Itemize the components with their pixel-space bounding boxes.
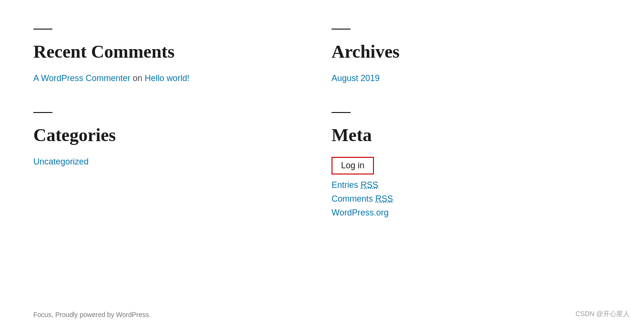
main-content: Recent Comments A WordPress Commenter on…: [0, 0, 644, 232]
meta-divider: [332, 112, 351, 113]
wordpress-org-link[interactable]: WordPress.org: [332, 208, 611, 218]
on-text: on: [133, 73, 145, 83]
comment-line: A WordPress Commenter on Hello world!: [33, 73, 312, 83]
rss-abbr-entries: RSS: [361, 180, 378, 190]
archive-link[interactable]: August 2019: [332, 73, 380, 83]
recent-comments-title: Recent Comments: [33, 41, 312, 62]
entries-text: Entries: [332, 180, 361, 190]
comments-rss-link[interactable]: Comments RSS: [332, 194, 611, 204]
archives-title: Archives: [332, 41, 611, 62]
meta-title: Meta: [332, 124, 611, 145]
category-link[interactable]: Uncategorized: [33, 157, 89, 166]
watermark: CSDN @开心星人: [575, 310, 630, 318]
rss-abbr-comments: RSS: [375, 194, 393, 204]
footer-text: Focus, Proudly powered by WordPress.: [33, 311, 151, 318]
log-in-link[interactable]: Log in: [332, 157, 374, 174]
footer: Focus, Proudly powered by WordPress.: [33, 311, 151, 318]
meta-section: Meta Log in Entries RSS Comments RSS Wor…: [332, 98, 611, 232]
archives-section: Archives August 2019: [332, 14, 611, 98]
meta-links: Log in Entries RSS Comments RSS WordPres…: [332, 157, 611, 218]
categories-title: Categories: [33, 124, 312, 145]
entries-rss-link[interactable]: Entries RSS: [332, 180, 611, 190]
recent-comments-section: Recent Comments A WordPress Commenter on…: [33, 14, 312, 98]
commenter-link[interactable]: A WordPress Commenter: [33, 73, 131, 83]
recent-comments-divider: [33, 29, 52, 30]
categories-divider: [33, 112, 52, 113]
post-link[interactable]: Hello world!: [145, 73, 190, 83]
categories-section: Categories Uncategorized: [33, 98, 312, 232]
archives-divider: [332, 29, 351, 30]
comments-text: Comments: [332, 194, 375, 204]
